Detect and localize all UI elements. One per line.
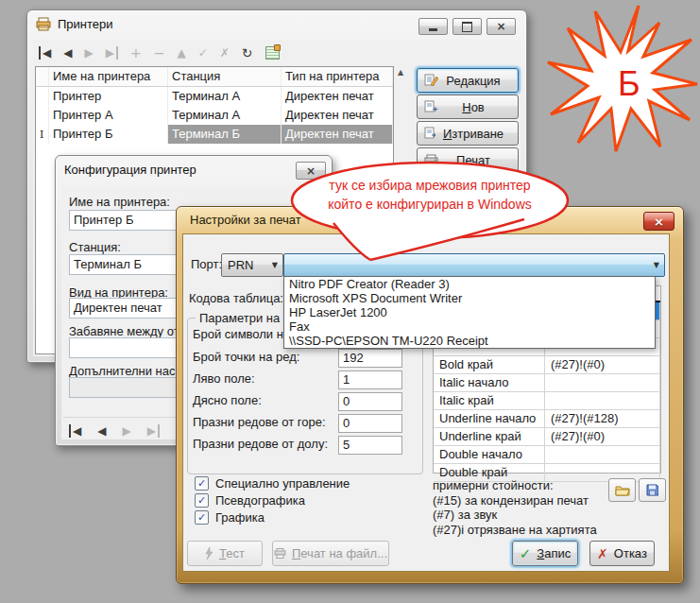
- port-label: Порт:: [191, 257, 222, 271]
- nav-last-icon[interactable]: ▶: [147, 424, 160, 438]
- chevron-down-icon: ▼: [654, 261, 664, 269]
- header-type[interactable]: Тип на принтера: [282, 67, 393, 86]
- dropdown-item[interactable]: Nitro PDF Creator (Reader 3): [284, 277, 655, 291]
- param-label: Празни редове от горе:: [193, 413, 326, 432]
- nav-prior-icon[interactable]: ◀: [63, 46, 72, 60]
- grid-row[interactable]: Italic начало: [434, 374, 660, 392]
- table-row[interactable]: Принтер А Терминал А Директен печат: [36, 106, 393, 125]
- table-row[interactable]: Принтер Терминал А Директен печат: [36, 87, 393, 106]
- callout-line-1: тук се избира мрежовия принтер: [288, 178, 572, 193]
- dropdown-item[interactable]: Microsoft XPS Document Writer: [284, 291, 655, 305]
- nav-delete-icon[interactable]: −: [154, 45, 165, 60]
- param-label: Ляво поле:: [193, 370, 255, 388]
- callout-bubble: тук се избира мрежовия принтер който е к…: [288, 161, 572, 267]
- field-label: Допълнителни нас: [69, 364, 176, 378]
- x-icon: ✗: [597, 546, 608, 561]
- maximize-icon: [462, 22, 472, 32]
- table-row-selected[interactable]: I Принтер Б Терминал Б Директен печат: [36, 125, 393, 144]
- nav-last-icon[interactable]: ▶: [106, 46, 118, 60]
- test-button[interactable]: Тест: [187, 541, 263, 566]
- starburst-shape: Б: [546, 2, 700, 157]
- printer-icon: [274, 548, 286, 559]
- nav-first-icon[interactable]: ◀: [69, 424, 81, 438]
- print-settings-close-button[interactable]: ×: [643, 212, 674, 231]
- floppy-disk-icon: [646, 484, 658, 496]
- param-label: Празни редове от долу:: [193, 435, 328, 454]
- nav-refresh-icon[interactable]: ↻: [242, 45, 253, 60]
- field-label: Станция:: [69, 240, 121, 254]
- printers-titlebar[interactable]: Принтери ×: [27, 10, 526, 37]
- delete-form-icon: [424, 127, 438, 140]
- param-label: Дясно поле:: [193, 391, 262, 410]
- nav-next-icon[interactable]: ▶: [122, 424, 130, 438]
- sample-values-hint: примерни стойности: (#15) за кондензиран…: [433, 478, 597, 537]
- param-label: Брой символи на: [193, 325, 290, 344]
- speech-bubble-shape: [288, 161, 572, 267]
- blank-lines-bottom-input[interactable]: 5: [338, 436, 402, 455]
- check-icon: ✓: [195, 476, 209, 491]
- callout-line-2: който е конфигуриран в Windows: [288, 197, 572, 212]
- save-button[interactable]: ✓ Запис: [512, 541, 578, 566]
- printer-dropdown-list[interactable]: Nitro PDF Creator (Reader 3) Microsoft X…: [283, 276, 656, 349]
- maximize-button[interactable]: [452, 18, 482, 35]
- dots-per-line-input[interactable]: 192: [338, 349, 402, 368]
- edit-button[interactable]: Редакция: [417, 68, 519, 93]
- grid-row[interactable]: Underline край(#27)!(#0): [434, 428, 660, 446]
- field-label: Име на принтера:: [69, 195, 170, 209]
- special-control-checkbox[interactable]: ✓ Специално управление: [195, 476, 350, 491]
- grid-row[interactable]: Double начало: [434, 446, 660, 464]
- check-icon: ✓: [195, 510, 209, 525]
- lightning-icon: [205, 547, 213, 560]
- grid-row[interactable]: Underline начало(#27)!(#128): [434, 410, 660, 428]
- svg-text:+: +: [433, 105, 437, 113]
- chevron-down-icon: ▼: [272, 261, 282, 269]
- window-title: Принтери: [58, 17, 113, 31]
- check-icon: ✓: [195, 493, 209, 508]
- pseudographics-checkbox[interactable]: ✓ Псевдографика: [195, 493, 305, 508]
- close-icon: ×: [496, 21, 505, 32]
- dropdown-item[interactable]: \\SSD-PC\EPSON TM-U220 Receipt: [284, 334, 655, 348]
- cancel-button[interactable]: ✗ Отказ: [589, 541, 655, 566]
- right-margin-input[interactable]: 0: [338, 392, 402, 411]
- minimize-icon: [429, 28, 437, 31]
- save-button-icon-btn[interactable]: [639, 478, 666, 502]
- nav-cancel-icon[interactable]: ✗: [220, 46, 230, 60]
- nav-post-icon[interactable]: ✓: [198, 46, 208, 60]
- dropdown-item[interactable]: HP LaserJet 1200: [284, 305, 655, 319]
- config-title: Конфигурация принтер: [64, 163, 196, 177]
- graphics-checkbox[interactable]: ✓ Графика: [195, 510, 265, 525]
- grid-edit-icon[interactable]: [265, 46, 280, 60]
- close-button[interactable]: ×: [487, 18, 516, 35]
- header-station[interactable]: Станция: [168, 67, 282, 86]
- folder-icon: [615, 485, 630, 496]
- table-header: Име на принтера Станция Тип на принтера: [36, 67, 393, 87]
- print-to-file-button[interactable]: Печат на файл...: [272, 541, 389, 566]
- check-icon: ✓: [520, 545, 532, 562]
- scroll-up-icon[interactable]: ▲: [398, 68, 403, 77]
- grid-row[interactable]: Bold край(#27)!(#0): [434, 356, 660, 374]
- port-combo[interactable]: PRN ▼: [221, 253, 283, 277]
- port-value: PRN: [222, 258, 253, 272]
- left-margin-input[interactable]: 1: [338, 370, 402, 389]
- db-navigator-toolbar: ◀ ◀ ▶ ▶ + − ▲ ✓ ✗ ↻: [35, 42, 280, 64]
- delete-button[interactable]: Изтриване: [417, 121, 519, 146]
- field-label: Забавяне между от: [69, 324, 179, 338]
- new-button[interactable]: + Нов: [417, 95, 519, 119]
- printer-app-icon: [36, 17, 52, 31]
- minimize-button[interactable]: [418, 18, 448, 35]
- header-indicator-cell: [36, 67, 49, 86]
- nav-edit-icon[interactable]: ▲: [177, 46, 185, 60]
- print-settings-client: Порт: PRN ▼ ▼ Кодова таблица: Параметри …: [182, 233, 670, 572]
- header-name[interactable]: Име на принтера: [49, 67, 168, 86]
- dropdown-item[interactable]: Fax: [284, 319, 655, 334]
- blank-lines-top-input[interactable]: 0: [338, 414, 402, 433]
- nav-insert-icon[interactable]: +: [130, 45, 142, 60]
- close-icon: ×: [654, 215, 664, 229]
- nav-prior-icon[interactable]: ◀: [97, 424, 106, 438]
- grid-row[interactable]: Italic край: [434, 392, 660, 410]
- load-button[interactable]: [608, 478, 636, 502]
- codepage-label: Кодова таблица:: [189, 291, 283, 305]
- starburst-letter: Б: [618, 64, 640, 104]
- nav-next-icon[interactable]: ▶: [84, 46, 93, 60]
- nav-first-icon[interactable]: ◀: [39, 46, 51, 60]
